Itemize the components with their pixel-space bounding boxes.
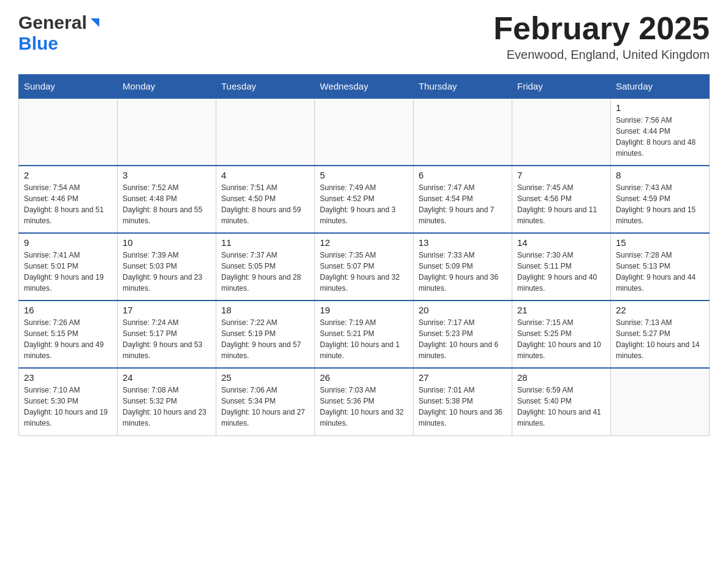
day-info: Sunrise: 7:13 AMSunset: 5:27 PMDaylight:… — [616, 317, 704, 361]
day-number: 1 — [616, 102, 704, 113]
day-info: Sunrise: 7:33 AMSunset: 5:09 PMDaylight:… — [419, 250, 507, 294]
day-info: Sunrise: 7:10 AMSunset: 5:30 PMDaylight:… — [24, 385, 112, 429]
day-info: Sunrise: 7:35 AMSunset: 5:07 PMDaylight:… — [320, 250, 408, 294]
table-row: 24Sunrise: 7:08 AMSunset: 5:32 PMDayligh… — [118, 368, 216, 435]
day-info: Sunrise: 7:49 AMSunset: 4:52 PMDaylight:… — [320, 182, 408, 226]
table-row: 9Sunrise: 7:41 AMSunset: 5:01 PMDaylight… — [19, 233, 118, 301]
table-row — [19, 98, 118, 166]
day-number: 4 — [221, 170, 309, 180]
table-row: 22Sunrise: 7:13 AMSunset: 5:27 PMDayligh… — [611, 301, 710, 368]
table-row: 1Sunrise: 7:56 AMSunset: 4:44 PMDaylight… — [611, 98, 710, 166]
day-info: Sunrise: 7:26 AMSunset: 5:15 PMDaylight:… — [24, 317, 112, 361]
day-info: Sunrise: 6:59 AMSunset: 5:40 PMDaylight:… — [517, 385, 605, 429]
table-row: 15Sunrise: 7:28 AMSunset: 5:13 PMDayligh… — [611, 233, 710, 301]
logo: General Blue — [18, 12, 102, 54]
table-row: 23Sunrise: 7:10 AMSunset: 5:30 PMDayligh… — [19, 368, 118, 435]
table-row: 14Sunrise: 7:30 AMSunset: 5:11 PMDayligh… — [512, 233, 611, 301]
table-row: 13Sunrise: 7:33 AMSunset: 5:09 PMDayligh… — [414, 233, 512, 301]
table-row: 17Sunrise: 7:24 AMSunset: 5:17 PMDayligh… — [118, 301, 216, 368]
table-row: 2Sunrise: 7:54 AMSunset: 4:46 PMDaylight… — [19, 166, 118, 233]
table-row: 19Sunrise: 7:19 AMSunset: 5:21 PMDayligh… — [315, 301, 414, 368]
table-row: 7Sunrise: 7:45 AMSunset: 4:56 PMDaylight… — [512, 166, 611, 233]
day-info: Sunrise: 7:43 AMSunset: 4:59 PMDaylight:… — [616, 182, 704, 226]
calendar-header: Sunday Monday Tuesday Wednesday Thursday… — [19, 75, 710, 99]
table-row: 18Sunrise: 7:22 AMSunset: 5:19 PMDayligh… — [216, 301, 315, 368]
day-info: Sunrise: 7:56 AMSunset: 4:44 PMDaylight:… — [616, 115, 704, 159]
day-info: Sunrise: 7:08 AMSunset: 5:32 PMDaylight:… — [123, 385, 211, 429]
svg-marker-0 — [91, 18, 99, 27]
day-number: 26 — [320, 372, 408, 383]
table-row: 5Sunrise: 7:49 AMSunset: 4:52 PMDaylight… — [315, 166, 414, 233]
weekday-saturday: Saturday — [611, 75, 710, 99]
logo-blue-text: Blue — [18, 33, 58, 53]
day-info: Sunrise: 7:51 AMSunset: 4:50 PMDaylight:… — [221, 182, 309, 226]
day-info: Sunrise: 7:24 AMSunset: 5:17 PMDaylight:… — [123, 317, 211, 361]
day-info: Sunrise: 7:30 AMSunset: 5:11 PMDaylight:… — [517, 250, 605, 294]
table-row: 4Sunrise: 7:51 AMSunset: 4:50 PMDaylight… — [216, 166, 315, 233]
day-number: 23 — [24, 372, 112, 383]
table-row — [118, 98, 216, 166]
day-number: 28 — [517, 372, 605, 383]
weekday-tuesday: Tuesday — [216, 75, 315, 99]
day-number: 14 — [517, 237, 605, 248]
day-number: 20 — [419, 305, 507, 315]
table-row: 11Sunrise: 7:37 AMSunset: 5:05 PMDayligh… — [216, 233, 315, 301]
day-info: Sunrise: 7:15 AMSunset: 5:25 PMDaylight:… — [517, 317, 605, 361]
day-info: Sunrise: 7:19 AMSunset: 5:21 PMDaylight:… — [320, 317, 408, 361]
day-info: Sunrise: 7:17 AMSunset: 5:23 PMDaylight:… — [419, 317, 507, 361]
day-number: 6 — [419, 170, 507, 180]
table-row — [216, 98, 315, 166]
day-info: Sunrise: 7:41 AMSunset: 5:01 PMDaylight:… — [24, 250, 112, 294]
table-row: 26Sunrise: 7:03 AMSunset: 5:36 PMDayligh… — [315, 368, 414, 435]
day-number: 15 — [616, 237, 704, 248]
day-number: 5 — [320, 170, 408, 180]
calendar-table: Sunday Monday Tuesday Wednesday Thursday… — [18, 74, 710, 436]
day-info: Sunrise: 7:39 AMSunset: 5:03 PMDaylight:… — [123, 250, 211, 294]
table-row — [611, 368, 710, 435]
table-row: 20Sunrise: 7:17 AMSunset: 5:23 PMDayligh… — [414, 301, 512, 368]
day-number: 16 — [24, 305, 112, 315]
day-number: 27 — [419, 372, 507, 383]
calendar-body: 1Sunrise: 7:56 AMSunset: 4:44 PMDaylight… — [19, 98, 710, 435]
table-row: 25Sunrise: 7:06 AMSunset: 5:34 PMDayligh… — [216, 368, 315, 435]
day-number: 12 — [320, 237, 408, 248]
table-row: 16Sunrise: 7:26 AMSunset: 5:15 PMDayligh… — [19, 301, 118, 368]
day-number: 24 — [123, 372, 211, 383]
day-number: 13 — [419, 237, 507, 248]
page-header: General Blue February 2025 Evenwood, Eng… — [18, 12, 710, 62]
day-number: 22 — [616, 305, 704, 315]
day-info: Sunrise: 7:28 AMSunset: 5:13 PMDaylight:… — [616, 250, 704, 294]
day-number: 19 — [320, 305, 408, 315]
table-row — [414, 98, 512, 166]
table-row: 10Sunrise: 7:39 AMSunset: 5:03 PMDayligh… — [118, 233, 216, 301]
day-number: 25 — [221, 372, 309, 383]
location: Evenwood, England, United Kingdom — [493, 48, 710, 62]
day-number: 18 — [221, 305, 309, 315]
table-row: 12Sunrise: 7:35 AMSunset: 5:07 PMDayligh… — [315, 233, 414, 301]
weekday-thursday: Thursday — [414, 75, 512, 99]
table-row: 27Sunrise: 7:01 AMSunset: 5:38 PMDayligh… — [414, 368, 512, 435]
day-info: Sunrise: 7:06 AMSunset: 5:34 PMDaylight:… — [221, 385, 309, 429]
day-number: 17 — [123, 305, 211, 315]
weekday-sunday: Sunday — [19, 75, 118, 99]
weekday-wednesday: Wednesday — [315, 75, 414, 99]
day-info: Sunrise: 7:54 AMSunset: 4:46 PMDaylight:… — [24, 182, 112, 226]
day-info: Sunrise: 7:22 AMSunset: 5:19 PMDaylight:… — [221, 317, 309, 361]
day-info: Sunrise: 7:03 AMSunset: 5:36 PMDaylight:… — [320, 385, 408, 429]
day-number: 10 — [123, 237, 211, 248]
table-row: 28Sunrise: 6:59 AMSunset: 5:40 PMDayligh… — [512, 368, 611, 435]
table-row: 8Sunrise: 7:43 AMSunset: 4:59 PMDaylight… — [611, 166, 710, 233]
table-row: 3Sunrise: 7:52 AMSunset: 4:48 PMDaylight… — [118, 166, 216, 233]
logo-triangle-icon — [88, 16, 102, 29]
day-number: 2 — [24, 170, 112, 180]
day-number: 21 — [517, 305, 605, 315]
day-info: Sunrise: 7:01 AMSunset: 5:38 PMDaylight:… — [419, 385, 507, 429]
day-number: 9 — [24, 237, 112, 248]
day-number: 3 — [123, 170, 211, 180]
day-info: Sunrise: 7:47 AMSunset: 4:54 PMDaylight:… — [419, 182, 507, 226]
month-title: February 2025 — [493, 12, 710, 44]
table-row: 6Sunrise: 7:47 AMSunset: 4:54 PMDaylight… — [414, 166, 512, 233]
weekday-friday: Friday — [512, 75, 611, 99]
day-info: Sunrise: 7:37 AMSunset: 5:05 PMDaylight:… — [221, 250, 309, 294]
table-row — [512, 98, 611, 166]
